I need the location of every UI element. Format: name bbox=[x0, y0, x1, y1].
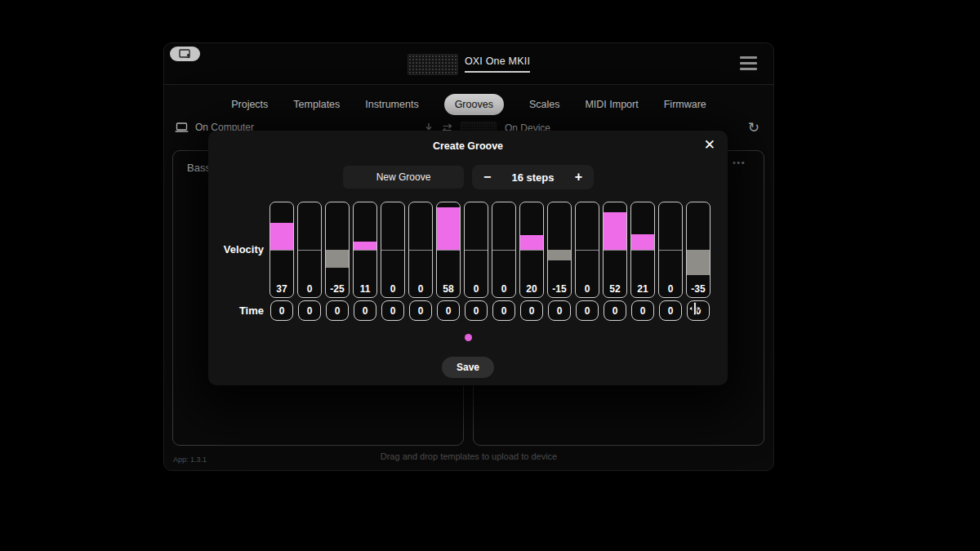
steps-value-label: 16 steps bbox=[511, 171, 554, 184]
velocity-value-label: 0 bbox=[659, 283, 682, 295]
tab-grooves[interactable]: Grooves bbox=[444, 94, 504, 115]
groove-name-input[interactable] bbox=[343, 166, 464, 189]
tab-midi-import[interactable]: MIDI Import bbox=[585, 99, 638, 110]
velocity-value-label: 0 bbox=[298, 283, 321, 295]
velocity-bar[interactable]: 0 bbox=[464, 202, 488, 298]
time-boxes: 0000000000000000 bbox=[270, 300, 710, 321]
time-value-box[interactable]: 0 bbox=[604, 300, 626, 321]
velocity-bar[interactable]: 21 bbox=[630, 202, 655, 298]
ellipsis-menu-icon[interactable]: ••• bbox=[733, 158, 746, 167]
main-tabs: Projects Templates Instruments Grooves S… bbox=[164, 92, 773, 117]
velocity-bar[interactable]: 0 bbox=[575, 202, 599, 298]
time-value-box[interactable]: 0 bbox=[631, 300, 654, 321]
velocity-bar[interactable]: 0 bbox=[492, 202, 516, 298]
tab-scales[interactable]: Scales bbox=[529, 99, 560, 110]
time-value-box[interactable]: 0 bbox=[409, 300, 432, 321]
close-icon[interactable]: ✕ bbox=[704, 136, 715, 153]
steps-minus-button[interactable]: − bbox=[483, 171, 491, 184]
velocity-value-label: 0 bbox=[492, 283, 515, 295]
velocity-bar[interactable]: -35 bbox=[686, 202, 710, 298]
modal-title: Create Groove bbox=[208, 140, 728, 152]
refresh-icon[interactable]: ↻ bbox=[748, 119, 760, 136]
screen: OXI One MKII Projects Templates Instrume… bbox=[0, 0, 980, 551]
time-value-box[interactable]: 0 bbox=[576, 300, 599, 321]
velocity-value-label: 0 bbox=[409, 283, 432, 295]
app-logo-group: OXI One MKII bbox=[164, 43, 773, 85]
page-indicator-dot bbox=[465, 334, 472, 341]
tab-templates[interactable]: Templates bbox=[293, 99, 340, 110]
time-value-box[interactable]: 0 bbox=[659, 300, 682, 321]
velocity-bars: 370-251100580020-15052210-35 bbox=[270, 202, 710, 298]
velocity-value-label: 37 bbox=[270, 283, 293, 295]
drag-drop-hint: Drag and drop templates to upload to dev… bbox=[164, 451, 773, 461]
velocity-bar[interactable]: 52 bbox=[603, 202, 627, 298]
velocity-bar[interactable]: 20 bbox=[519, 202, 544, 298]
time-value-box[interactable]: 0 bbox=[354, 300, 376, 321]
velocity-value-label: 21 bbox=[631, 283, 654, 295]
tab-projects[interactable]: Projects bbox=[231, 99, 268, 110]
tab-instruments[interactable]: Instruments bbox=[365, 99, 418, 110]
steps-stepper: − 16 steps + bbox=[472, 165, 594, 189]
laptop-icon bbox=[175, 122, 189, 133]
velocity-value-label: 58 bbox=[437, 283, 460, 295]
time-value-box[interactable]: 0 bbox=[465, 300, 488, 321]
time-value-box[interactable]: 0 bbox=[492, 300, 515, 321]
time-value-box[interactable]: 0 bbox=[548, 300, 571, 321]
velocity-row-label: Velocity bbox=[208, 243, 264, 256]
velocity-bar[interactable]: 58 bbox=[436, 202, 461, 298]
velocity-bar[interactable]: -15 bbox=[547, 202, 572, 298]
app-header: OXI One MKII bbox=[164, 43, 773, 85]
velocity-value-label: 0 bbox=[465, 283, 488, 295]
steps-plus-button[interactable]: + bbox=[575, 171, 582, 184]
velocity-bar[interactable]: -25 bbox=[325, 202, 350, 298]
time-value-box[interactable]: 0 bbox=[520, 300, 543, 321]
velocity-value-label: -25 bbox=[326, 283, 349, 295]
velocity-value-label: 11 bbox=[354, 283, 376, 295]
app-title: OXI One MKII bbox=[465, 56, 530, 73]
time-value-box[interactable]: 0 bbox=[298, 300, 321, 321]
velocity-bar[interactable]: 0 bbox=[408, 202, 433, 298]
time-value-box[interactable]: 0 bbox=[687, 300, 710, 321]
velocity-bar[interactable]: 37 bbox=[270, 202, 294, 298]
velocity-value-label: 0 bbox=[576, 283, 599, 295]
velocity-value-label: 20 bbox=[520, 283, 543, 295]
velocity-bar[interactable]: 11 bbox=[353, 202, 377, 298]
create-groove-modal: Create Groove ✕ − 16 steps + Velocity 37… bbox=[208, 131, 728, 385]
save-button[interactable]: Save bbox=[442, 357, 494, 378]
velocity-bar[interactable]: 0 bbox=[297, 202, 322, 298]
time-value-box[interactable]: 0 bbox=[326, 300, 349, 321]
time-value-box[interactable]: 0 bbox=[437, 300, 460, 321]
hamburger-menu-icon[interactable] bbox=[740, 56, 757, 70]
velocity-value-label: -15 bbox=[548, 283, 571, 295]
velocity-bar[interactable]: 0 bbox=[381, 202, 405, 298]
groove-item-title: Bass bbox=[187, 162, 211, 174]
velocity-value-label: -35 bbox=[687, 283, 710, 295]
time-row-label: Time bbox=[208, 304, 264, 317]
velocity-bar[interactable]: 0 bbox=[658, 202, 683, 298]
time-value-box[interactable]: 0 bbox=[270, 300, 293, 321]
oxi-device-image bbox=[408, 54, 458, 75]
time-value-box[interactable]: 0 bbox=[381, 300, 404, 321]
velocity-value-label: 52 bbox=[604, 283, 626, 295]
velocity-value-label: 0 bbox=[381, 283, 404, 295]
tab-firmware[interactable]: Firmware bbox=[664, 99, 706, 110]
